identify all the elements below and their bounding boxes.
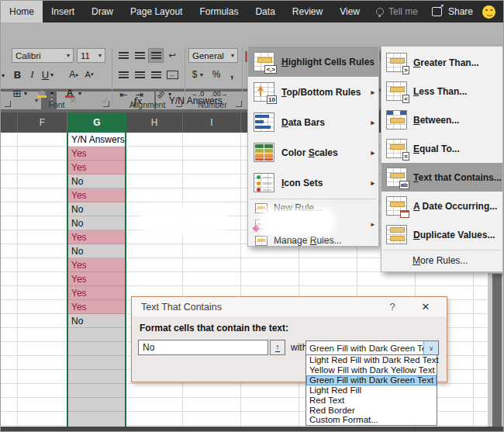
cell-g5[interactable]: Yes: [68, 188, 125, 202]
tab-data[interactable]: Data: [247, 1, 283, 22]
tab-review[interactable]: Review: [284, 1, 331, 22]
menu-item-highlight-cells-rules[interactable]: <,> Highlight Cells Rules ▸: [248, 47, 378, 77]
column-header-h[interactable]: H: [126, 112, 183, 133]
chevron-down-icon[interactable]: ▾: [50, 71, 54, 78]
menu-item-icon-sets[interactable]: Icon Sets ▸: [248, 168, 378, 198]
format-option[interactable]: Light Red Fill with Dark Red Text: [306, 355, 437, 365]
merge-center-button[interactable]: ↔: [164, 67, 180, 82]
column-header-partial[interactable]: [1, 112, 18, 133]
menu-item-manage-rules[interactable]: Manage Rules...: [248, 233, 378, 248]
wrap-text-button[interactable]: ↩: [164, 48, 180, 63]
borders-button[interactable]: ⊞: [10, 86, 24, 100]
submenu-item-more-rules[interactable]: More Rules...: [381, 251, 502, 270]
cell-g19[interactable]: [68, 384, 125, 398]
font-color-button[interactable]: A: [63, 86, 77, 100]
selected-column-g[interactable]: Y/N Answers Yes Yes No Yes No No Yes No …: [67, 133, 126, 428]
submenu-item-duplicate-values[interactable]: Duplicate Values...: [381, 220, 502, 249]
submenu-item-a-date-occurring[interactable]: A Date Occurring...: [381, 192, 502, 220]
menu-item-color-scales[interactable]: Color Scales ▸: [248, 137, 378, 168]
align-left-button[interactable]: [116, 67, 131, 82]
align-top-button[interactable]: [116, 48, 131, 63]
combo-chevron-button[interactable]: ∨: [423, 341, 438, 354]
tab-home[interactable]: Home: [1, 1, 43, 22]
help-button[interactable]: ?: [378, 297, 406, 316]
fill-color-button[interactable]: [35, 86, 49, 100]
chevron-down-icon[interactable]: ▾: [168, 91, 171, 98]
alignment-dialog-launcher-icon[interactable]: [176, 101, 182, 107]
cell-g14[interactable]: No: [68, 314, 125, 328]
collapse-dialog-button[interactable]: ↑: [270, 340, 285, 355]
chevron-down-icon[interactable]: ▾: [24, 90, 27, 97]
font-name-combo[interactable]: Calibri ▾: [12, 48, 74, 63]
tab-view[interactable]: View: [331, 1, 368, 22]
align-right-button[interactable]: [148, 67, 164, 82]
cell-g1[interactable]: Y/N Answers: [68, 133, 125, 147]
number-dialog-launcher-icon[interactable]: [236, 101, 242, 107]
submenu-item-less-than[interactable]: < Less Than...: [381, 77, 502, 105]
submenu-item-between[interactable]: Between...: [381, 105, 502, 134]
column-header-f[interactable]: F: [18, 112, 67, 133]
cell-g3[interactable]: Yes: [68, 161, 125, 175]
cell-g13[interactable]: Yes: [68, 300, 125, 314]
cell-g10[interactable]: Yes: [68, 258, 125, 272]
format-option[interactable]: Custom Format...: [306, 415, 437, 425]
comma-format-button[interactable]: ,: [227, 66, 236, 80]
column-header-g[interactable]: G: [67, 112, 126, 133]
format-style-combo[interactable]: Green Fill with Dark Green Text ∨: [306, 340, 439, 355]
format-option-selected[interactable]: Green Fill with Dark Green Text: [306, 375, 437, 385]
italic-button[interactable]: I: [27, 67, 37, 81]
cell-g17[interactable]: [68, 356, 125, 370]
cell-g8[interactable]: Yes: [68, 230, 125, 244]
format-option[interactable]: Light Red Fill: [306, 385, 437, 396]
chevron-down-icon[interactable]: ▾: [78, 90, 81, 97]
cell-g20[interactable]: [68, 398, 125, 412]
currency-format-button[interactable]: $: [189, 67, 200, 81]
number-format-combo[interactable]: General ▾: [188, 48, 238, 63]
bold-button[interactable]: B: [12, 67, 23, 81]
contains-text-input[interactable]: No: [138, 340, 268, 355]
underline-button[interactable]: U: [40, 67, 50, 81]
tell-me-box[interactable]: Tell me: [368, 1, 426, 22]
font-dialog-launcher-icon[interactable]: [103, 101, 109, 107]
scrollbar-thumb[interactable]: [492, 274, 502, 427]
column-header-i[interactable]: I: [183, 112, 241, 133]
cell-g18[interactable]: [68, 370, 125, 384]
cell-g12[interactable]: Yes: [68, 286, 125, 300]
close-button[interactable]: ✕: [409, 297, 442, 316]
percent-format-button[interactable]: %: [210, 67, 223, 81]
tab-draw[interactable]: Draw: [83, 1, 122, 22]
font-size-combo[interactable]: 11 ▾: [77, 48, 105, 63]
align-bottom-button[interactable]: [148, 48, 164, 63]
menu-item-top-bottom-rules[interactable]: 10 Top/Bottom Rules ▸: [248, 77, 378, 107]
format-option[interactable]: Red Text: [306, 395, 437, 405]
cell-g7[interactable]: No: [68, 216, 125, 230]
align-center-button[interactable]: [132, 67, 147, 82]
grow-font-button[interactable]: A▴: [67, 67, 80, 81]
tab-formulas[interactable]: Formulas: [191, 1, 247, 22]
vertical-scrollbar[interactable]: [488, 273, 503, 428]
submenu-item-equal-to[interactable]: = Equal To...: [381, 134, 502, 163]
cell-g15[interactable]: [68, 328, 125, 342]
cell-g6[interactable]: No: [68, 202, 125, 216]
menu-item-data-bars[interactable]: Data Bars ▸: [248, 107, 378, 137]
format-option[interactable]: Yellow Fill with Dark Yellow Text: [306, 365, 437, 375]
tab-page-layout[interactable]: Page Layout: [122, 1, 191, 22]
cell-g11[interactable]: Yes: [68, 272, 125, 286]
chevron-down-icon[interactable]: ▾: [50, 90, 54, 97]
cell-g2[interactable]: Yes: [68, 147, 125, 161]
clipboard-dialog-launcher-icon[interactable]: [5, 101, 11, 107]
cell-g21[interactable]: [68, 412, 125, 428]
submenu-item-greater-than[interactable]: > Greater Than...: [381, 48, 502, 77]
decrease-decimal-button[interactable]: .00→: [210, 88, 229, 100]
tab-insert[interactable]: Insert: [43, 1, 83, 22]
chevron-down-icon[interactable]: ▾: [200, 71, 203, 78]
cell-g9[interactable]: No: [68, 244, 125, 258]
cell-g16[interactable]: [68, 342, 125, 356]
increase-decimal-button[interactable]: ←.0: [189, 88, 206, 100]
shrink-font-button[interactable]: A▾: [83, 67, 95, 81]
format-option[interactable]: Red Border: [306, 405, 437, 415]
align-middle-button[interactable]: [132, 48, 147, 63]
share-button[interactable]: Share: [426, 1, 479, 22]
cell-g4[interactable]: No: [68, 175, 125, 188]
submenu-item-text-that-contains[interactable]: ab Text that Contains...: [381, 163, 502, 192]
